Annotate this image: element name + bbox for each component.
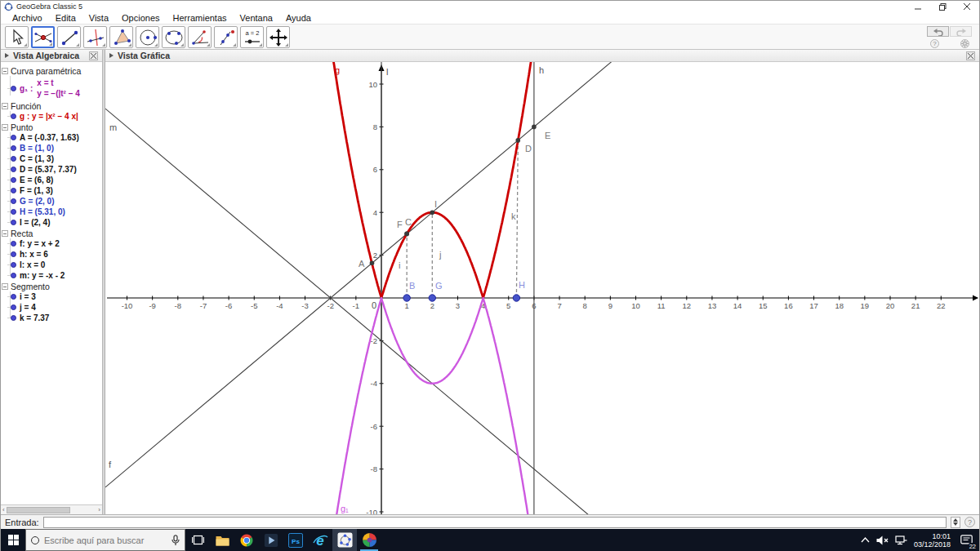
minimize-button[interactable] — [906, 1, 930, 12]
visibility-bullet-icon[interactable] — [11, 145, 16, 151]
algebra-item[interactable]: f: y = x + 2 — [1, 238, 102, 249]
menu-item-herramientas[interactable]: Herramientas — [167, 12, 234, 24]
photoshop-button[interactable]: Ps — [283, 529, 308, 551]
visibility-bullet-icon[interactable] — [11, 241, 16, 247]
algebra-item[interactable]: D = (5.37, 7.37) — [1, 164, 102, 175]
graphics-view-header[interactable]: Vista Gráfica — [105, 50, 979, 62]
graphics-close-icon[interactable] — [966, 51, 975, 60]
start-button[interactable] — [1, 529, 25, 551]
algebra-section-title[interactable]: Curva paramétrica — [1, 65, 102, 76]
visibility-bullet-icon[interactable] — [11, 167, 16, 172]
volume-muted-icon[interactable] — [876, 535, 889, 545]
algebra-item[interactable]: F = (1, 3) — [1, 185, 102, 196]
scroll-left-arrow-icon[interactable]: ‹ — [2, 506, 5, 513]
point-H[interactable] — [513, 295, 519, 301]
collapse-icon[interactable] — [2, 124, 8, 131]
action-center-button[interactable]: 22 — [957, 531, 975, 549]
algebra-view-header[interactable]: Vista Algebraica — [1, 50, 102, 62]
collapse-icon[interactable] — [2, 230, 8, 237]
perpendicular-line-tool-button[interactable] — [83, 26, 107, 48]
input-history-spinner[interactable] — [951, 517, 960, 528]
algebra-section-title[interactable]: Punto — [1, 122, 102, 132]
menu-item-edita[interactable]: Edita — [49, 12, 82, 24]
visibility-bullet-icon[interactable] — [11, 188, 16, 193]
visibility-bullet-icon[interactable] — [11, 304, 16, 310]
move-tool-button[interactable] — [5, 26, 29, 48]
visibility-bullet-icon[interactable] — [11, 251, 16, 257]
point-E[interactable] — [532, 125, 537, 130]
algebra-input-field[interactable] — [43, 517, 947, 528]
visibility-bullet-icon[interactable] — [11, 156, 16, 162]
algebra-item[interactable]: B = (1, 0) — [1, 143, 102, 153]
visibility-bullet-icon[interactable] — [11, 294, 16, 300]
visibility-bullet-icon[interactable] — [11, 220, 16, 225]
point-tool-button[interactable] — [31, 26, 55, 48]
search-input[interactable] — [44, 535, 150, 545]
menu-item-vista[interactable]: Vista — [82, 12, 115, 24]
algebra-item[interactable]: A = (-0.37, 1.63) — [1, 132, 102, 143]
algebra-hscrollbar[interactable]: ‹ › — [1, 504, 102, 514]
help-icon[interactable]: ? — [930, 39, 939, 48]
geogebra-taskbar-button[interactable] — [332, 529, 357, 551]
point-I[interactable] — [430, 210, 435, 215]
internet-explorer-button[interactable]: e — [308, 529, 332, 551]
point-G[interactable] — [429, 295, 435, 301]
circle-tool-button[interactable] — [136, 26, 159, 48]
algebra-section-title[interactable]: Función — [1, 100, 102, 111]
line-tool-button[interactable] — [57, 26, 81, 48]
geogebra-classic-taskbar-button[interactable] — [357, 529, 381, 551]
undo-button[interactable] — [927, 26, 949, 37]
microphone-icon[interactable] — [172, 535, 180, 546]
algebra-item[interactable]: g₁ :x = ty = −(|t² − 4 — [1, 76, 102, 100]
curve-g1[interactable] — [330, 298, 536, 514]
algebra-item[interactable]: l: x = 0 — [1, 260, 102, 270]
reflect-tool-button[interactable] — [214, 26, 238, 48]
network-icon[interactable] — [895, 535, 907, 545]
move-graphics-tool-button[interactable] — [266, 26, 290, 48]
menu-item-ayuda[interactable]: Ayuda — [279, 12, 318, 24]
algebra-section-title[interactable]: Recta — [1, 228, 102, 238]
menu-item-archivo[interactable]: Archivo — [6, 12, 49, 24]
scroll-right-arrow-icon[interactable]: › — [98, 506, 100, 513]
algebra-item[interactable]: i = 3 — [1, 291, 102, 302]
movies-tv-button[interactable] — [259, 529, 283, 551]
collapse-icon[interactable] — [2, 283, 8, 290]
taskbar-clock[interactable]: 10:01 03/12/2018 — [914, 532, 951, 549]
slider-tool-button[interactable]: a = 2 — [240, 26, 264, 48]
visibility-bullet-icon[interactable] — [11, 262, 16, 268]
point-D[interactable] — [515, 138, 520, 143]
collapse-icon[interactable] — [2, 68, 8, 74]
collapse-icon[interactable] — [2, 103, 8, 109]
input-help-icon[interactable]: ? — [964, 517, 975, 527]
angle-tool-button[interactable] — [188, 26, 212, 48]
visibility-bullet-icon[interactable] — [11, 86, 16, 91]
algebra-close-icon[interactable] — [89, 51, 98, 60]
algebra-section-title[interactable]: Segmento — [1, 281, 102, 291]
algebra-item[interactable]: j = 4 — [1, 302, 102, 313]
algebra-item[interactable]: E = (6, 8) — [1, 175, 102, 185]
visibility-bullet-icon[interactable] — [11, 273, 16, 278]
line-f[interactable] — [105, 62, 979, 487]
tray-chevron-icon[interactable] — [861, 537, 870, 543]
graphics-canvas[interactable]: -10-9-8-7-6-5-4-3-2-11234567891011121314… — [105, 62, 979, 514]
settings-gear-icon[interactable] — [960, 39, 969, 48]
visibility-bullet-icon[interactable] — [11, 209, 16, 215]
point-F[interactable] — [404, 232, 409, 237]
chrome-button[interactable] — [234, 529, 259, 551]
algebra-item[interactable]: g : y = |x² − 4 x| — [1, 111, 102, 122]
scrollbar-thumb[interactable] — [7, 507, 70, 513]
taskbar-search[interactable] — [25, 529, 185, 551]
close-button[interactable] — [955, 1, 979, 12]
algebra-item[interactable]: I = (2, 4) — [1, 217, 102, 228]
redo-button[interactable] — [950, 26, 972, 37]
file-explorer-button[interactable] — [210, 529, 234, 551]
point-A[interactable] — [370, 260, 375, 265]
point-B[interactable] — [403, 295, 410, 301]
algebra-item[interactable]: G = (2, 0) — [1, 196, 102, 207]
visibility-bullet-icon[interactable] — [11, 315, 16, 321]
algebra-item[interactable]: h: x = 6 — [1, 249, 102, 260]
visibility-bullet-icon[interactable] — [11, 113, 16, 119]
algebra-item[interactable]: C = (1, 3) — [1, 153, 102, 164]
algebra-item[interactable]: k = 7.37 — [1, 313, 102, 323]
conic-tool-button[interactable] — [162, 26, 185, 48]
